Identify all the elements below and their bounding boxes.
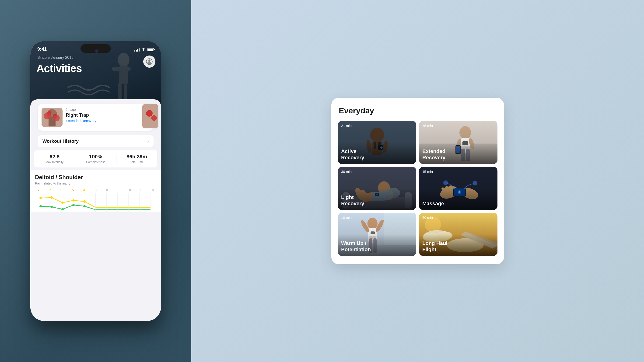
svg-point-22: [50, 206, 53, 208]
activity-grid: 21 min Active Recovery: [338, 121, 498, 256]
phone-container: 9:41 Since 5 January 2019: [0, 0, 191, 362]
tile-light-recovery-duration: 30 min: [341, 170, 352, 174]
phone-screen: 9:41 Since 5 January 2019: [30, 41, 161, 321]
chart-number: 0: [138, 188, 145, 192]
svg-point-0: [118, 53, 130, 67]
chart-numbers-row: 77354000000: [35, 188, 156, 192]
tablet-container: Everyday: [191, 0, 644, 362]
everyday-card: Everyday: [331, 98, 504, 264]
phone-device: 9:41 Since 5 January 2019: [30, 41, 161, 321]
stat-max-intensity-label: Max Intensity: [34, 160, 75, 164]
tile-massage[interactable]: 15 min Massage: [419, 167, 498, 210]
activities-title: Activities: [36, 62, 82, 75]
tile-light-recovery-label: Light Recovery: [341, 194, 364, 207]
workout-history-label: Workout History: [42, 139, 79, 144]
next-thumb-art: [142, 104, 158, 128]
tile-extended-recovery-duration: 35 min: [422, 124, 433, 128]
chart-number: 0: [115, 188, 122, 192]
content-scroll[interactable]: 2h ago Right Trap Extended Recovery: [30, 99, 161, 321]
stat-total-time-value: 86h 39m: [116, 154, 157, 160]
stat-max-intensity-value: 62.8: [34, 154, 75, 160]
profile-button[interactable]: [143, 55, 156, 68]
profile-icon: [146, 58, 152, 65]
svg-rect-3: [118, 83, 122, 102]
stat-max-intensity: 62.8 Max Intensity: [34, 154, 75, 164]
stat-completeness: 100% Completeness: [75, 154, 116, 164]
stat-total-time-label: Total Time: [116, 160, 157, 164]
svg-point-16: [40, 197, 42, 199]
tile-massage-label: Massage: [422, 201, 444, 207]
tile-warmup[interactable]: 10 min Warm Up / Potentiation: [338, 213, 416, 256]
svg-point-15: [151, 115, 157, 121]
chart-number: 0: [126, 188, 134, 192]
workout-name: Right Trap: [66, 112, 150, 118]
chart-number: 5: [69, 188, 76, 192]
pain-chart-svg: [35, 193, 156, 212]
chart-number: 0: [92, 188, 99, 192]
injury-subtitle: Pain related to the injury: [35, 181, 156, 188]
svg-point-24: [72, 204, 75, 206]
svg-point-21: [40, 205, 42, 207]
content-area: 2h ago Right Trap Extended Recovery: [30, 99, 161, 321]
tile-extended-recovery-label: Extended Recovery: [422, 148, 446, 161]
workout-card[interactable]: 2h ago Right Trap Extended Recovery: [38, 104, 154, 131]
workout-history-row[interactable]: Workout History ›: [34, 135, 157, 147]
svg-point-14: [146, 110, 152, 117]
tile-active-recovery-label: Active Recovery: [341, 148, 364, 161]
tile-light-recovery[interactable]: 30 min Light Recovery: [338, 167, 416, 210]
tile-warmup-duration: 10 min: [341, 216, 352, 220]
everyday-title: Everyday: [338, 106, 498, 115]
svg-point-20: [83, 200, 86, 203]
chart-number: 0: [149, 188, 156, 192]
injury-title: Deltoid / Shoulder: [35, 174, 156, 181]
chart-area: [35, 193, 156, 212]
stats-row: 62.8 Max Intensity 100% Completeness 86h…: [34, 150, 157, 167]
workout-tag: Extended Recovery: [66, 119, 150, 123]
tile-massage-duration: 15 min: [422, 170, 433, 174]
tile-active-recovery[interactable]: 21 min Active Recovery: [338, 121, 416, 164]
battery-icon: [148, 48, 154, 51]
chart-number: 0: [104, 188, 110, 192]
workout-thumbnail: [42, 108, 62, 127]
tile-extended-recovery[interactable]: 35 min Extended Recovery: [419, 121, 498, 164]
tile-warmup-label: Warm Up / Potentiation: [341, 240, 371, 253]
injury-section: Deltoid / Shoulder Pain related to the i…: [30, 170, 161, 212]
workout-history-chevron: ›: [147, 139, 149, 144]
svg-point-18: [61, 202, 64, 204]
stat-total-time: 86h 39m Total Time: [116, 154, 157, 164]
signal-icon: [134, 48, 140, 51]
svg-rect-2: [112, 67, 131, 71]
tile-longhaul-label: Long Haul Flight: [422, 240, 448, 253]
svg-rect-4: [124, 84, 128, 102]
status-icons: [134, 47, 154, 52]
chart-number: 4: [81, 188, 88, 192]
next-workout-preview: [142, 104, 158, 128]
svg-point-23: [61, 208, 64, 210]
wifi-icon: [142, 47, 146, 52]
workout-info: 2h ago Right Trap Extended Recovery: [66, 108, 150, 127]
chart-number: 7: [46, 188, 54, 192]
front-camera: [95, 49, 98, 53]
status-time: 9:41: [37, 46, 47, 52]
tile-active-recovery-duration: 21 min: [341, 124, 352, 128]
svg-point-19: [72, 199, 75, 202]
svg-point-6: [148, 59, 150, 62]
chart-number: 7: [35, 188, 42, 192]
stat-completeness-value: 100%: [75, 154, 116, 160]
svg-point-17: [50, 196, 53, 199]
stat-completeness-label: Completeness: [75, 160, 116, 164]
recent-workout-section: 2h ago Right Trap Extended Recovery: [34, 104, 157, 131]
chart-number: 3: [58, 188, 65, 192]
workout-time-ago: 2h ago: [66, 108, 150, 111]
workout-history-section-row[interactable]: Workout History ›: [38, 135, 154, 147]
tile-longhaul[interactable]: 60 min Long Haul Flight: [419, 213, 498, 256]
svg-point-25: [83, 205, 86, 207]
phone-notch: [80, 44, 111, 53]
since-label: Since 5 January 2019: [37, 55, 74, 60]
tile-longhaul-duration: 60 min: [422, 216, 433, 220]
